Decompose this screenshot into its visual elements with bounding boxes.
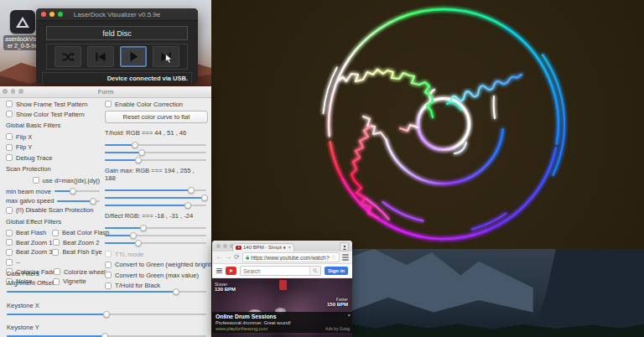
checkbox-beat-flash[interactable]: Beat Flash [6,229,52,236]
back-button[interactable]: ← [216,254,222,261]
dflect-green-slider[interactable] [105,231,206,239]
slider-knob[interactable] [173,288,179,295]
tab-close-icon[interactable]: × [288,245,291,250]
checkbox-box[interactable] [6,239,13,246]
browser-tab[interactable]: 140 BPM - Simple Str × [232,243,294,252]
slider-knob[interactable] [103,311,110,318]
slider-knob[interactable] [132,142,138,148]
keystone-y-slider[interactable] [7,333,206,337]
minimize-window-button[interactable] [49,12,55,17]
checkbox-box[interactable] [52,230,59,236]
checkbox-show-color-test[interactable]: Show Color Test Pattern [6,111,100,117]
slider-knob[interactable] [138,149,145,156]
profile-button[interactable] [340,242,349,251]
close-window-button[interactable] [216,244,221,248]
slider-knob[interactable] [140,225,147,231]
checkbox-box[interactable] [6,111,13,117]
max-galvo-speed-slider[interactable] [57,197,100,205]
slider-knob[interactable] [101,333,108,337]
gain-red-slider[interactable] [105,186,206,194]
alignment-offset-slider[interactable] [7,288,206,296]
dflect-blue-slider[interactable] [105,239,206,246]
slider-knob[interactable] [70,188,76,194]
search-input[interactable] [241,268,309,274]
gain-blue-slider[interactable] [105,201,206,209]
checkbox-beat-zoom-1[interactable]: Beat Zoom 1 [6,239,53,246]
checkbox-box[interactable] [6,249,13,256]
slider-knob[interactable] [201,194,208,201]
slider-knob[interactable] [188,187,195,194]
youtube-logo[interactable] [226,267,236,276]
checkbox-beat-zoom-2[interactable]: Beat Zoom 2 [53,239,100,246]
slider-knob[interactable] [135,157,142,163]
checkbox-convert-green-weighted[interactable]: Convert to Green (weighted brightness) [105,262,206,268]
reload-button[interactable]: ⟳ [234,254,240,261]
zoom-window-button[interactable] [18,89,23,94]
slider-knob[interactable] [135,240,142,246]
slider-knob[interactable] [184,202,191,209]
checkbox-ttl-mode[interactable]: TTL mode [105,251,206,257]
checkbox-beat-color-flash[interactable]: Beat Color Flash [52,229,100,236]
minimize-window-button[interactable] [223,244,227,248]
checkbox-box[interactable] [6,259,13,266]
tab-audio-icon[interactable] [283,246,287,250]
triangle-logo-icon [16,17,29,28]
ad-title[interactable]: Online Drum Sessions [216,314,349,320]
checkbox-use-dmax[interactable]: use d=max(|dx|,|dy|) [6,177,100,184]
slider-knob[interactable] [130,232,137,239]
checkbox-box[interactable] [6,101,13,107]
checkbox-beat-fish-eye[interactable]: Beat Fish Eye [52,248,100,256]
zoom-window-button[interactable] [58,12,63,17]
video-player[interactable]: Slower 130 BPM Faster 150 BPM Online Dru… [212,278,352,337]
reset-color-curve-button[interactable]: Reset color curve to flat [105,111,208,123]
min-beam-move-slider[interactable] [55,188,100,195]
slider-knob[interactable] [90,198,96,205]
youtube-search-box[interactable] [240,266,321,277]
keystone-y-label: Keystone Y [7,324,206,331]
minimize-window-button[interactable] [11,89,16,94]
close-window-button[interactable] [41,12,46,17]
settings-titlebar[interactable]: Form [0,86,211,98]
checkbox-box[interactable] [52,249,59,256]
checkbox-beat-zoom-3[interactable]: Beat Zoom 3 [6,248,52,256]
thold-green-slider[interactable] [105,148,206,156]
checkbox-disable-scan-protection[interactable]: (!!) Disable Scan Protection [6,207,100,214]
shuffle-button[interactable] [55,46,81,67]
search-button[interactable] [309,267,320,276]
checkbox-box[interactable] [33,177,39,184]
checkbox-box[interactable] [105,251,112,257]
checkbox-box[interactable] [6,207,13,214]
checkbox-box[interactable] [6,154,13,161]
checkbox-box[interactable] [6,144,13,151]
checkbox-dash-dash[interactable]: -- [6,258,54,266]
play-button[interactable] [120,46,147,67]
checkbox-box[interactable] [6,133,13,140]
checkbox-enable-color-correction[interactable]: Enable Color Correction [105,101,206,107]
dflect-red-slider[interactable] [105,224,206,231]
browser-menu-icon[interactable] [342,254,349,262]
hamburger-menu-icon[interactable] [216,268,222,274]
visualizer-titlebar[interactable]: LaserDock Visualizer v0.5.9e [36,8,198,21]
checkbox-flip-y[interactable]: Flip Y [6,144,100,151]
next-track-button[interactable] [153,46,179,67]
sign-in-button[interactable]: Sign in [325,267,348,276]
checkbox-show-frame-test[interactable]: Show Frame Test Pattern [6,101,100,107]
ad-close-icon[interactable]: × [347,313,351,318]
gain-green-slider[interactable] [105,194,206,201]
close-window-button[interactable] [3,89,8,94]
keystone-x-slider[interactable] [7,310,206,318]
app-icon[interactable] [10,10,35,34]
checkbox-box[interactable] [105,262,112,268]
forward-button[interactable]: → [225,254,231,261]
previous-track-button[interactable] [87,46,114,67]
thold-blue-slider[interactable] [105,156,206,163]
checkbox-box[interactable] [53,239,60,246]
address-bar[interactable]: https://www.youtube.com/watch?v=... ☆ [242,252,340,262]
checkbox-flip-x[interactable]: Flip X [6,133,100,140]
thold-red-slider[interactable] [105,141,206,148]
video-ad-banner[interactable]: Online Drum Sessions Professional drumme… [212,312,352,333]
checkbox-box[interactable] [6,230,13,236]
checkbox-debug-trace[interactable]: Debug Trace [6,154,100,161]
checkbox-box[interactable] [105,101,112,107]
bookmark-star-icon[interactable]: ☆ [331,254,336,261]
